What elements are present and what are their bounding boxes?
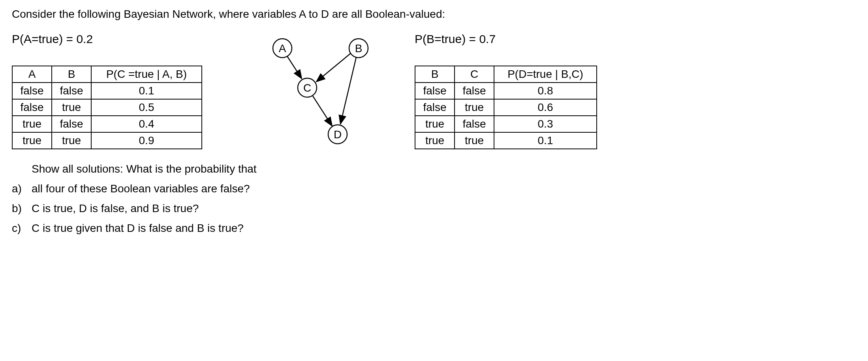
intro-text: Consider the following Bayesian Network,… [12, 8, 856, 21]
cell: 0.9 [91, 132, 202, 149]
cell: 0.3 [494, 116, 597, 132]
table-row: true false 0.3 [415, 116, 597, 132]
table-row: true true 0.1 [415, 132, 597, 149]
question-letter: b) [12, 202, 32, 215]
cpt-c-header-a: A [12, 66, 52, 83]
cpt-c-header-b: B [52, 66, 91, 83]
cpt-d-header-b: B [415, 66, 455, 83]
cell: false [455, 116, 494, 132]
edge-c-d [313, 96, 332, 126]
question-prompt: Show all solutions: What is the probabil… [12, 163, 856, 175]
question-b: b) C is true, D is false, and B is true? [12, 202, 856, 215]
cpt-table-c: A B P(C =true | A, B) false false 0.1 fa… [12, 66, 202, 149]
cell: true [52, 99, 91, 116]
svg-text:B: B [355, 42, 363, 55]
cell: false [12, 99, 52, 116]
question-c: c) C is true given that D is false and B… [12, 222, 856, 235]
left-column: P(A=true) = 0.2 A B P(C =true | A, B) fa… [12, 32, 233, 149]
node-d: D [328, 125, 347, 144]
table-row: true true 0.9 [12, 132, 202, 149]
table-row: true false 0.4 [12, 116, 202, 132]
cell: true [12, 132, 52, 149]
edge-b-d [340, 57, 356, 124]
table-row: false false 0.1 [12, 83, 202, 99]
question-letter: a) [12, 182, 32, 195]
cell: false [52, 116, 91, 132]
svg-text:C: C [303, 82, 311, 94]
cell: false [455, 83, 494, 99]
bayesian-network-diagram: A B C D [253, 32, 395, 151]
questions-block: Show all solutions: What is the probabil… [12, 163, 856, 235]
table-row: false true 0.5 [12, 99, 202, 116]
cpt-table-d: B C P(D=true | B,C) false false 0.8 fals… [415, 66, 597, 149]
prior-a: P(A=true) = 0.2 [12, 32, 233, 46]
svg-text:D: D [334, 128, 342, 141]
table-row: false true 0.6 [415, 99, 597, 116]
cell: true [455, 132, 494, 149]
cell: 0.5 [91, 99, 202, 116]
question-letter: c) [12, 222, 32, 235]
node-b: B [349, 39, 368, 58]
question-text: all four of these Boolean variables are … [32, 182, 250, 195]
cell: true [12, 116, 52, 132]
question-text: C is true, D is false, and B is true? [32, 202, 199, 215]
cpt-c-header-p: P(C =true | A, B) [91, 66, 202, 83]
cell: false [12, 83, 52, 99]
content-row: P(A=true) = 0.2 A B P(C =true | A, B) fa… [12, 32, 856, 151]
question-a: a) all four of these Boolean variables a… [12, 182, 856, 195]
cell: 0.4 [91, 116, 202, 132]
prior-b: P(B=true) = 0.7 [415, 32, 636, 46]
cell: true [415, 132, 455, 149]
svg-text:A: A [279, 42, 286, 55]
cpt-d-header-c: C [455, 66, 494, 83]
cell: false [415, 83, 455, 99]
cell: true [52, 132, 91, 149]
cell: false [415, 99, 455, 116]
edge-b-c [316, 53, 351, 82]
cell: true [455, 99, 494, 116]
node-a: A [273, 39, 292, 58]
edge-a-c [287, 56, 302, 79]
cell: 0.8 [494, 83, 597, 99]
cell: false [52, 83, 91, 99]
cell: 0.6 [494, 99, 597, 116]
cell: 0.1 [91, 83, 202, 99]
graph-column: A B C D [249, 32, 399, 151]
node-c: C [298, 78, 317, 97]
cpt-d-header-p: P(D=true | B,C) [494, 66, 597, 83]
cell: 0.1 [494, 132, 597, 149]
question-text: C is true given that D is false and B is… [32, 222, 244, 235]
table-row: false false 0.8 [415, 83, 597, 99]
cell: true [415, 116, 455, 132]
right-column: P(B=true) = 0.7 B C P(D=true | B,C) fals… [415, 32, 636, 149]
